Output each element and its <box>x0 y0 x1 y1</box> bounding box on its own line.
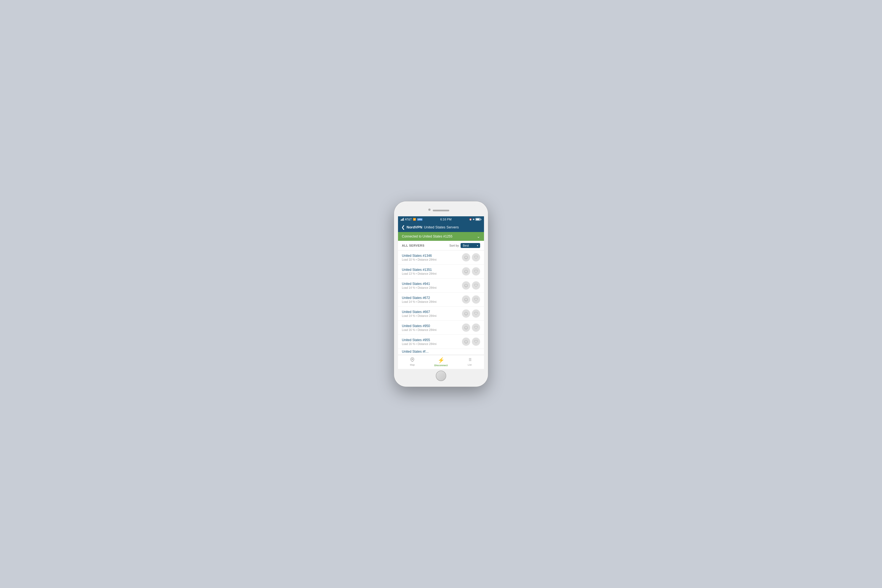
list-icon <box>468 357 472 363</box>
server-info: United States #950 Load 16 % • Distance … <box>402 324 462 332</box>
connect-button[interactable] <box>462 309 470 318</box>
connect-button[interactable] <box>462 281 470 290</box>
server-actions <box>462 281 480 290</box>
sort-by-label: Sort by <box>449 244 459 247</box>
battery-fill <box>476 219 480 220</box>
bluetooth-icon: ✱ <box>473 218 475 221</box>
power-icon <box>464 284 468 287</box>
server-info: United States #1351 Load 13 % • Distance… <box>402 268 462 275</box>
app-name-label: NordVPN <box>406 225 422 229</box>
disconnect-tab-label: Disconnect <box>434 364 448 367</box>
server-name: United States #1346 <box>402 254 462 258</box>
connect-button[interactable] <box>462 267 470 276</box>
connect-button[interactable] <box>462 296 470 304</box>
vpn-badge: VPN <box>417 218 423 221</box>
favorite-button[interactable] <box>472 324 480 332</box>
connected-text: Connected to United States #1255 <box>402 234 452 238</box>
server-details: Load 13 % • Distance 284mi <box>402 272 462 275</box>
connected-banner[interactable]: Connected to United States #1255 ⌄ <box>398 232 484 241</box>
power-icon <box>464 312 468 315</box>
phone-top-bar <box>398 205 484 216</box>
list-item: United States #1346 Load 10 % • Distance… <box>398 250 484 264</box>
favorite-button[interactable] <box>472 338 480 346</box>
list-item: United States #941 Load 14 % • Distance … <box>398 279 484 292</box>
server-details: Load 16 % • Distance 284mi <box>402 328 462 332</box>
heart-icon <box>474 298 478 302</box>
carrier-label: AT&T <box>405 218 412 221</box>
server-name: United States #955 <box>402 338 462 342</box>
map-tab-label: Map <box>410 363 415 366</box>
sort-dropdown-wrapper[interactable]: Best Load Distance <box>460 243 480 248</box>
phone-frame: AT&T 📶 VPN 6:16 PM ⏰ ✱ <box>394 201 488 387</box>
server-name: United States #672 <box>402 296 462 300</box>
server-list: United States #1346 Load 10 % • Distance… <box>398 250 484 355</box>
sort-container: Sort by Best Load Distance <box>449 243 480 248</box>
signal-bar-1 <box>401 220 401 221</box>
server-name: United States #667 <box>402 310 462 314</box>
map-pin-icon <box>410 357 414 363</box>
heart-icon <box>474 255 478 259</box>
heart-icon <box>474 270 478 273</box>
chevron-down-icon: ⌄ <box>477 234 480 238</box>
list-item: United States #667 Load 14 % • Distance … <box>398 307 484 321</box>
speaker <box>433 210 449 212</box>
list-item: United States #f… <box>398 349 484 355</box>
tab-list[interactable]: List <box>455 357 484 366</box>
phone-inner: AT&T 📶 VPN 6:16 PM ⏰ ✱ <box>398 205 484 383</box>
server-details: Load 14 % • Distance 284mi <box>402 314 462 317</box>
favorite-button[interactable] <box>472 253 480 261</box>
server-name: United States #941 <box>402 282 462 286</box>
server-info: United States #667 Load 14 % • Distance … <box>402 310 462 317</box>
heart-icon <box>474 284 478 287</box>
all-servers-label: ALL SERVERS <box>402 244 424 247</box>
server-name: United States #1351 <box>402 268 462 272</box>
screen: AT&T 📶 VPN 6:16 PM ⏰ ✱ <box>398 216 484 369</box>
server-info: United States #955 Load 16 % • Distance … <box>402 338 462 345</box>
power-icon <box>464 255 468 259</box>
home-button[interactable] <box>436 370 446 381</box>
server-details: Load 14 % • Distance 284mi <box>402 286 462 290</box>
server-actions <box>462 324 480 332</box>
favorite-button[interactable] <box>472 309 480 318</box>
favorite-button[interactable] <box>472 267 480 276</box>
tab-map[interactable]: Map <box>398 357 427 366</box>
power-icon <box>464 326 468 330</box>
server-actions <box>462 309 480 318</box>
server-actions <box>462 338 480 346</box>
wifi-icon: 📶 <box>413 218 416 221</box>
sort-select[interactable]: Best Load Distance <box>460 243 480 248</box>
list-tab-label: List <box>468 363 472 366</box>
phone-bottom-bar <box>398 369 484 383</box>
signal-bar-4 <box>403 218 404 221</box>
tab-disconnect[interactable]: ⚡ Disconnect <box>427 357 455 367</box>
status-right: ⏰ ✱ <box>469 218 481 221</box>
server-details: Load 14 % • Distance 284mi <box>402 300 462 303</box>
favorite-button[interactable] <box>472 281 480 290</box>
map-pin-svg <box>410 357 414 362</box>
lightning-icon: ⚡ <box>438 357 445 363</box>
connect-button[interactable] <box>462 253 470 261</box>
heart-icon <box>474 340 478 344</box>
server-info: United States #f… <box>402 350 480 354</box>
list-item: United States #950 Load 16 % • Distance … <box>398 321 484 335</box>
nav-bar: ❮ NordVPN United States Servers <box>398 222 484 232</box>
back-button[interactable]: ❮ <box>401 225 405 230</box>
signal-bar-2 <box>402 219 402 221</box>
svg-point-0 <box>412 359 413 360</box>
server-details: Load 16 % • Distance 284mi <box>402 342 462 345</box>
favorite-button[interactable] <box>472 296 480 304</box>
battery-body <box>476 218 480 221</box>
battery-tip <box>481 219 481 220</box>
connect-button[interactable] <box>462 324 470 332</box>
status-left: AT&T 📶 VPN <box>401 218 423 221</box>
server-name: United States #f… <box>402 350 480 354</box>
list-item: United States #1351 Load 13 % • Distance… <box>398 264 484 279</box>
connect-button[interactable] <box>462 338 470 346</box>
server-details: Load 10 % • Distance 284mi <box>402 258 462 261</box>
power-icon <box>464 340 468 344</box>
nav-title: United States Servers <box>424 225 459 229</box>
battery-icon <box>476 218 481 221</box>
alarm-icon: ⏰ <box>469 218 472 221</box>
server-actions <box>462 267 480 276</box>
list-svg <box>468 357 472 362</box>
